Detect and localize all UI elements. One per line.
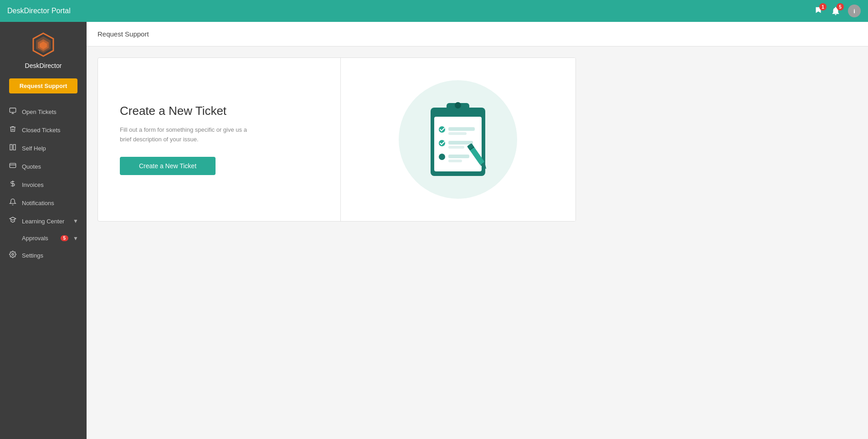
card-description: Fill out a form for something specific o… <box>120 125 247 145</box>
svg-rect-19 <box>448 127 475 131</box>
create-ticket-button[interactable]: Create a New Ticket <box>120 157 216 175</box>
card-right <box>341 58 576 221</box>
sidebar-label-learning-center: Learning Center <box>22 218 68 225</box>
page-title: Request Support <box>98 30 149 38</box>
card-icon <box>8 162 17 171</box>
card-title: Create a New Ticket <box>120 104 318 118</box>
sidebar-label-quotes: Quotes <box>22 163 78 170</box>
trash-icon <box>8 125 17 134</box>
sidebar-nav: Open Tickets Closed Tickets Self Help Qu… <box>0 103 87 264</box>
sidebar-logo: DeskDirector <box>25 31 62 69</box>
notifications-badge: 5 <box>837 3 844 10</box>
sidebar-label-open-tickets: Open Tickets <box>22 108 78 115</box>
sidebar-label-approvals: Approvals <box>22 235 56 242</box>
svg-rect-8 <box>13 145 15 150</box>
request-support-card: Create a New Ticket Fill out a form for … <box>98 57 576 222</box>
svg-rect-9 <box>10 163 15 167</box>
sidebar-label-closed-tickets: Closed Tickets <box>22 127 78 134</box>
card-left: Create a New Ticket Fill out a form for … <box>98 58 341 221</box>
messages-badge: 1 <box>819 3 827 10</box>
illustration-circle <box>399 80 517 199</box>
svg-point-13 <box>12 253 14 255</box>
svg-rect-7 <box>10 145 12 150</box>
approvals-chevron: ▼ <box>73 235 78 242</box>
svg-rect-25 <box>448 155 469 158</box>
request-support-button[interactable]: Request Support <box>9 78 77 93</box>
sidebar-item-invoices[interactable]: Invoices <box>0 176 87 194</box>
topbar-title: DeskDirector Portal <box>7 7 71 15</box>
sidebar-label-settings: Settings <box>22 252 78 259</box>
learning-center-chevron: ▼ <box>73 218 78 224</box>
approvals-badge: 5 <box>61 235 69 241</box>
sidebar-item-quotes[interactable]: Quotes <box>0 157 87 176</box>
sidebar-item-settings[interactable]: Settings <box>0 246 87 264</box>
svg-rect-22 <box>448 141 473 145</box>
gear-icon <box>8 251 17 260</box>
sidebar: DeskDirector Request Support Open Ticket… <box>0 22 87 439</box>
monitor-icon <box>8 107 17 116</box>
sidebar-item-open-tickets[interactable]: Open Tickets <box>0 103 87 121</box>
svg-rect-20 <box>448 132 467 135</box>
svg-rect-23 <box>448 146 464 149</box>
book-icon <box>8 144 17 153</box>
content-area: Create a New Ticket Fill out a form for … <box>87 46 868 439</box>
sidebar-item-approvals[interactable]: Approvals 5 ▼ <box>0 230 87 246</box>
bell-icon <box>8 198 17 207</box>
avatar-initials: i <box>848 5 861 17</box>
sidebar-item-notifications[interactable]: Notifications <box>0 194 87 212</box>
topbar: DeskDirector Portal 1 5 i <box>0 0 868 22</box>
page-header: Request Support <box>87 22 868 46</box>
sidebar-brand: DeskDirector <box>25 62 62 69</box>
sidebar-item-learning-center[interactable]: Learning Center ▼ <box>0 212 87 230</box>
topbar-icons: 1 5 i <box>813 5 861 17</box>
sidebar-label-notifications: Notifications <box>22 200 78 207</box>
main-content: Request Support Create a New Ticket Fill… <box>87 22 868 439</box>
messages-icon-button[interactable]: 1 <box>813 6 823 16</box>
sidebar-item-self-help[interactable]: Self Help <box>0 139 87 157</box>
svg-rect-26 <box>448 160 462 162</box>
svg-point-24 <box>439 154 445 160</box>
sidebar-label-invoices: Invoices <box>22 181 78 188</box>
hat-icon <box>8 217 17 226</box>
sidebar-label-self-help: Self Help <box>22 145 78 152</box>
svg-rect-4 <box>10 108 15 112</box>
user-avatar[interactable]: i <box>848 5 861 17</box>
svg-point-16 <box>455 102 461 108</box>
sidebar-item-closed-tickets[interactable]: Closed Tickets <box>0 121 87 139</box>
dollar-icon <box>8 180 17 189</box>
notifications-icon-button[interactable]: 5 <box>831 6 841 16</box>
